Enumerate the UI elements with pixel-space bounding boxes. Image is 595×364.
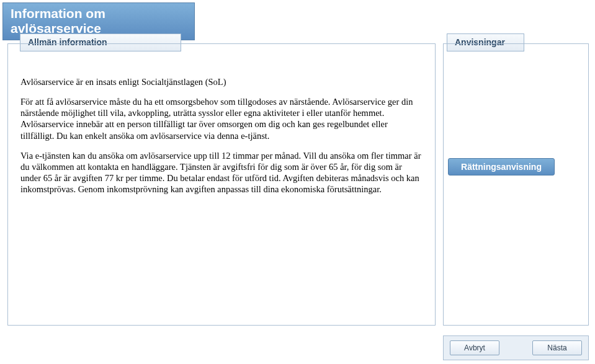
content-para-1: Avlösarservice är en insats enligt Socia…	[20, 76, 423, 87]
correction-instruction-pill[interactable]: Rättningsanvisning	[448, 158, 555, 175]
footer-bar: Avbryt Nästa	[443, 335, 589, 360]
cancel-button-label: Avbryt	[464, 344, 485, 352]
content-para-3: Via e-tjänsten kan du ansöka om avlösars…	[20, 150, 423, 195]
page-title: Information om avlösarservice	[11, 6, 105, 35]
correction-instruction-label: Rättningsanvisning	[461, 162, 542, 172]
cancel-button[interactable]: Avbryt	[450, 340, 499, 355]
next-button-label: Nästa	[547, 344, 566, 352]
sidebar-panel	[443, 43, 589, 326]
content-para-2: För att få avlösarservice måste du ha et…	[20, 96, 423, 141]
next-button[interactable]: Nästa	[532, 340, 582, 355]
content-panel: Avlösarservice är en insats enligt Socia…	[7, 43, 436, 326]
